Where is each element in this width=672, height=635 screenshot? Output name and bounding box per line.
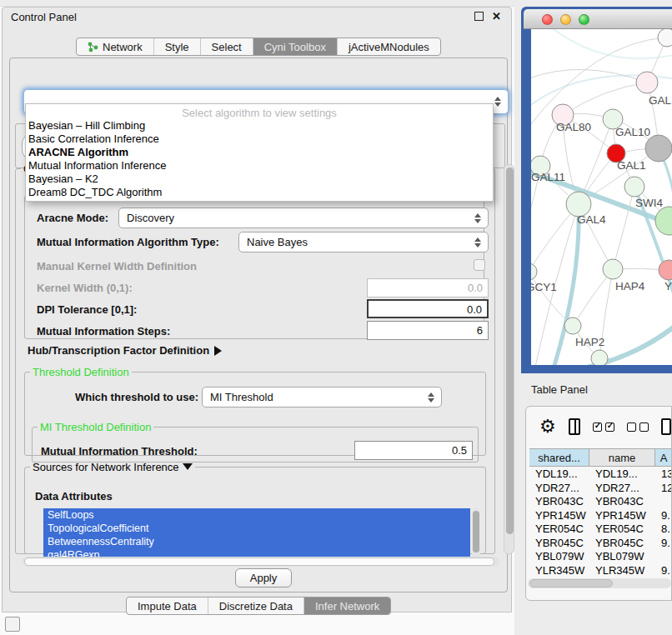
float-window-icon[interactable] xyxy=(474,12,484,21)
attributes-scrollbar[interactable] xyxy=(472,508,480,562)
settings-horizontal-scrollbar[interactable] xyxy=(23,557,499,567)
network-icon xyxy=(88,42,98,52)
network-node[interactable] xyxy=(531,263,537,280)
table-horizontal-scrollbar[interactable] xyxy=(528,578,671,588)
data-attributes-list[interactable]: SelfLoopsTopologicalCoefficientBetweenne… xyxy=(43,508,470,562)
table-row[interactable]: YPR145WYPR145W9. xyxy=(529,508,672,522)
network-node[interactable] xyxy=(659,260,672,280)
apply-button[interactable]: Apply xyxy=(235,568,292,588)
column-header[interactable]: A xyxy=(655,449,672,466)
tab-discretize-data[interactable]: Discretize Data xyxy=(208,598,304,614)
table-row[interactable]: YDL19...YDL19...13 xyxy=(529,467,672,481)
network-node[interactable] xyxy=(603,259,623,279)
attribute-item[interactable]: BetweennessCentrality xyxy=(43,535,470,548)
right-column: GALGAL80GAL10GAL1GAL11SWI4GAL4GCY1HAP4YH… xyxy=(514,0,672,635)
table-cell: 8. xyxy=(655,522,672,536)
node-label: Y xyxy=(664,280,672,292)
close-icon[interactable]: ✕ xyxy=(492,11,501,22)
kernel-width-field[interactable]: 0.0 xyxy=(367,278,489,298)
table-cell: YBR045C xyxy=(529,536,589,550)
table-cell: YDL19... xyxy=(589,467,655,481)
mi-steps-label: Mutual Information Steps: xyxy=(37,325,170,338)
network-node[interactable] xyxy=(591,350,608,365)
algorithm-dropdown-list: Select algorithm to view settings Bayesi… xyxy=(25,103,494,202)
settings-vertical-scrollbar[interactable] xyxy=(504,164,514,554)
network-edge[interactable] xyxy=(563,82,647,115)
column-header[interactable]: shared... xyxy=(529,449,589,466)
tab-infer-network[interactable]: Infer Network xyxy=(304,598,390,614)
attribute-item[interactable]: TopologicalCoefficient xyxy=(43,522,470,535)
table-cell: YER054C xyxy=(589,522,655,536)
node-label: GAL11 xyxy=(531,171,565,183)
tab-style[interactable]: Style xyxy=(154,38,201,55)
mi-threshold-field[interactable]: 0.5 xyxy=(354,441,473,460)
network-node[interactable] xyxy=(636,72,658,93)
dropdown-item[interactable]: Dream8 DC_TDC Algorithm xyxy=(26,186,493,199)
mi-threshold-definition-group: MI Threshold Definition Mutual Informati… xyxy=(32,421,479,462)
node-label: GAL10 xyxy=(615,126,650,138)
node-label: GAL xyxy=(649,94,672,107)
sources-legend[interactable]: Sources for Network Inference xyxy=(30,461,195,473)
dropdown-item[interactable]: Bayesian – Hill Climbing xyxy=(26,119,493,132)
aracne-mode-combobox[interactable]: Discovery xyxy=(118,208,489,228)
table-row[interactable]: YBL079WYBL079W xyxy=(529,549,672,563)
table-cell: YER054C xyxy=(529,522,589,536)
table-cell: YLR345W xyxy=(589,563,655,576)
network-window-titlebar[interactable] xyxy=(524,9,672,29)
network-edge[interactable] xyxy=(613,187,634,269)
tab-select[interactable]: Select xyxy=(201,38,253,55)
deselect-all-checkboxes-icon[interactable] xyxy=(627,422,649,432)
network-node[interactable] xyxy=(564,318,581,334)
table-row[interactable]: YER054CYER054C8. xyxy=(529,522,672,536)
close-traffic-light-icon[interactable] xyxy=(542,14,553,25)
table-cell: 9. xyxy=(655,536,672,550)
node-label: SWI4 xyxy=(635,197,663,209)
node-label: GAL80 xyxy=(556,121,591,133)
dropdown-item[interactable]: ARACNE Algorithm xyxy=(26,146,493,159)
zoom-traffic-light-icon[interactable] xyxy=(579,14,589,25)
table-row[interactable]: YBR043CYBR043C xyxy=(529,494,672,508)
network-node[interactable] xyxy=(624,177,644,197)
document-icon[interactable] xyxy=(661,418,671,435)
tab-impute-data[interactable]: Impute Data xyxy=(127,598,208,614)
table-row[interactable]: YBR045CYBR045C9. xyxy=(529,536,672,550)
node-label: HAP4 xyxy=(615,280,645,292)
mi-algorithm-type-combobox[interactable]: Naive Bayes xyxy=(238,232,489,252)
collapsed-panel-button[interactable] xyxy=(5,617,20,632)
dropdown-item[interactable]: Basic Correlation Inference xyxy=(26,132,493,146)
sources-group: Sources for Network Inference Data Attri… xyxy=(24,461,486,554)
dpi-tolerance-field[interactable]: 0.0 xyxy=(367,299,489,318)
minimize-traffic-light-icon[interactable] xyxy=(560,14,571,25)
table-row[interactable]: YDR27...YDR27...12 xyxy=(529,481,672,495)
dropdown-placeholder: Select algorithm to view settings xyxy=(26,104,493,119)
tab-jactivemnodules[interactable]: jActiveMNodules xyxy=(338,38,440,55)
attribute-item[interactable]: SelfLoops xyxy=(43,508,470,522)
table-header-row: shared...nameA xyxy=(529,448,672,467)
network-node[interactable] xyxy=(645,135,672,162)
select-all-checkboxes-icon[interactable] xyxy=(593,422,614,432)
manual-kernel-width-checkbox[interactable] xyxy=(474,259,485,271)
network-node[interactable] xyxy=(655,207,672,235)
table-row[interactable]: YLR345WYLR345W9. xyxy=(529,563,672,576)
tab-network[interactable]: Network xyxy=(77,38,154,55)
mi-threshold-label: Mutual Information Threshold: xyxy=(41,445,198,458)
table-toolbar: ⚙ xyxy=(526,407,671,447)
mi-algorithm-type-label: Mutual Information Algorithm Type: xyxy=(37,236,219,248)
column-header[interactable]: name xyxy=(589,449,655,466)
node-label: GAL1 xyxy=(617,159,646,172)
combo-stepper-icon xyxy=(474,213,481,223)
which-threshold-combobox[interactable]: MI Threshold xyxy=(202,387,442,408)
columns-icon[interactable] xyxy=(569,418,580,435)
table-cell: YBR043C xyxy=(589,494,655,508)
tab-cyni-toolbox[interactable]: Cyni Toolbox xyxy=(253,38,338,55)
gear-icon[interactable]: ⚙ xyxy=(539,418,556,436)
network-node[interactable] xyxy=(658,29,672,47)
screen: Control Panel ✕ NetworkStyleSelectCyni T… xyxy=(0,0,672,635)
dropdown-item[interactable]: Mutual Information Inference xyxy=(26,159,493,172)
network-canvas[interactable]: GALGAL80GAL10GAL1GAL11SWI4GAL4GCY1HAP4YH… xyxy=(531,29,672,365)
mi-steps-field[interactable]: 6 xyxy=(367,321,489,340)
hub-transcription-factor-toggle[interactable]: Hub/Transcription Factor Definition xyxy=(28,344,222,357)
algorithm-definition-group: Algorithm Definition Aracne Mode: Discov… xyxy=(24,189,484,339)
table-cell: 9. xyxy=(655,508,672,522)
dropdown-item[interactable]: Bayesian – K2 xyxy=(26,172,493,186)
